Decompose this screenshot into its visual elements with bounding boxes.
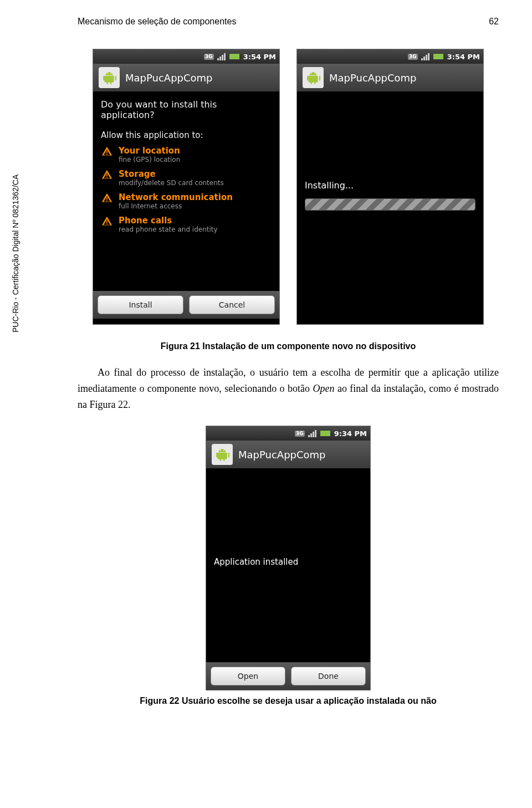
perm-sub: full Internet access bbox=[119, 202, 233, 210]
battery-icon bbox=[229, 53, 240, 60]
app-title-bar: MapPucAppComp bbox=[93, 64, 279, 91]
app-name: MapPucAppComp bbox=[329, 72, 417, 84]
open-button[interactable]: Open bbox=[211, 667, 285, 686]
figure-ref: Figura 22 bbox=[90, 399, 129, 410]
svg-point-11 bbox=[314, 73, 315, 74]
svg-point-0 bbox=[107, 73, 108, 74]
clock: 9:34 PM bbox=[334, 429, 367, 438]
figure-22-caption: Figura 22 Usuário escolhe se deseja usar… bbox=[78, 696, 499, 706]
app-title-bar: MapPucAppComp bbox=[206, 441, 370, 468]
battery-icon bbox=[320, 430, 331, 437]
network-3g-icon: 3G bbox=[408, 54, 418, 60]
button-bar: Open Done bbox=[206, 662, 370, 690]
app-name: MapPucAppComp bbox=[238, 449, 326, 461]
phone-install-permissions: 3G 3:54 PM MapPucAppComp Do you want to … bbox=[93, 49, 280, 325]
status-bar: 3G 3:54 PM bbox=[297, 49, 483, 64]
svg-rect-5 bbox=[106, 177, 108, 178]
button-bar: Install Cancel bbox=[93, 291, 279, 319]
permission-phone: Phone calls read phone state and identit… bbox=[101, 216, 272, 233]
svg-rect-2 bbox=[106, 151, 108, 153]
svg-point-12 bbox=[220, 450, 221, 451]
svg-rect-3 bbox=[106, 154, 108, 155]
status-bar: 3G 9:34 PM bbox=[206, 426, 370, 441]
signal-icon bbox=[217, 53, 226, 60]
progress-bar bbox=[305, 198, 475, 211]
phone-installed: 3G 9:34 PM MapPucAppComp Application ins… bbox=[206, 426, 371, 691]
phone-installing: 3G 3:54 PM MapPucAppComp Installing... bbox=[296, 49, 484, 325]
perm-sub: fine (GPS) location bbox=[119, 156, 180, 163]
svg-rect-4 bbox=[106, 174, 108, 176]
perm-sub: modify/delete SD card contents bbox=[119, 179, 224, 187]
perm-title: Network communication bbox=[119, 192, 233, 202]
perm-title: Your location bbox=[119, 146, 180, 156]
running-header: Mecanismo de seleção de componentes bbox=[78, 17, 236, 27]
app-icon bbox=[303, 67, 324, 88]
warning-icon bbox=[101, 216, 113, 227]
perm-sub: read phone state and identity bbox=[119, 226, 218, 233]
svg-point-13 bbox=[223, 450, 224, 451]
allow-header: Allow this application to: bbox=[101, 130, 272, 140]
cancel-button[interactable]: Cancel bbox=[189, 295, 275, 314]
permission-storage: Storage modify/delete SD card contents bbox=[101, 169, 272, 187]
watermark-sidetext: PUC-Rio - Certificação Digital Nº 082136… bbox=[11, 175, 20, 333]
svg-rect-6 bbox=[106, 197, 108, 200]
svg-rect-8 bbox=[106, 221, 108, 223]
installed-label: Application installed bbox=[214, 557, 362, 567]
svg-rect-7 bbox=[106, 200, 108, 201]
clock: 3:54 PM bbox=[447, 53, 480, 61]
install-question: Do you want to install this application? bbox=[101, 99, 272, 120]
signal-icon bbox=[421, 53, 429, 60]
app-title-bar: MapPucAppComp bbox=[297, 64, 483, 91]
app-icon bbox=[212, 444, 233, 465]
permission-network: Network communication full Internet acce… bbox=[101, 192, 272, 210]
done-button[interactable]: Done bbox=[291, 667, 366, 686]
page-number: 62 bbox=[489, 17, 499, 27]
warning-icon bbox=[101, 169, 113, 180]
install-button[interactable]: Install bbox=[98, 295, 183, 314]
body-paragraph: Ao final do processo de instalação, o us… bbox=[78, 365, 499, 412]
figure-21-caption: Figura 21 Instalação de um componente no… bbox=[78, 341, 499, 351]
battery-icon bbox=[433, 53, 444, 60]
app-name: MapPucAppComp bbox=[125, 72, 213, 84]
clock: 3:54 PM bbox=[243, 53, 276, 61]
warning-icon bbox=[101, 192, 113, 203]
network-3g-icon: 3G bbox=[295, 431, 305, 437]
open-italic: Open bbox=[313, 383, 334, 394]
permission-location: Your location fine (GPS) location bbox=[101, 146, 272, 163]
perm-title: Storage bbox=[119, 169, 224, 179]
network-3g-icon: 3G bbox=[204, 54, 214, 60]
app-icon bbox=[99, 67, 120, 88]
svg-point-10 bbox=[311, 73, 312, 74]
signal-icon bbox=[308, 429, 316, 437]
svg-rect-9 bbox=[106, 223, 108, 224]
svg-point-1 bbox=[110, 73, 111, 74]
installing-label: Installing... bbox=[305, 180, 475, 191]
perm-title: Phone calls bbox=[119, 216, 218, 226]
status-bar: 3G 3:54 PM bbox=[93, 49, 279, 64]
warning-icon bbox=[101, 146, 113, 157]
figure-21-screens: 3G 3:54 PM MapPucAppComp Do you want to … bbox=[78, 49, 499, 325]
